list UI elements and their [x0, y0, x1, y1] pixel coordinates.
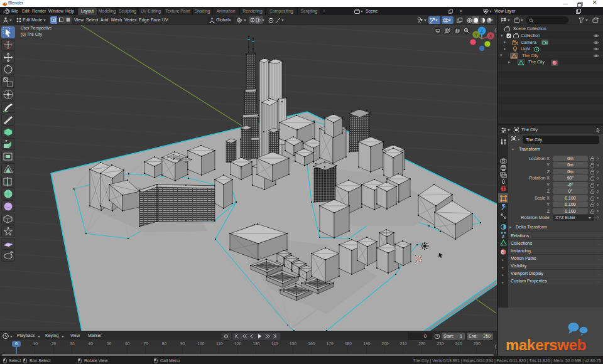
svg-text:Y: Y [475, 33, 478, 37]
svg-text:Z: Z [481, 28, 484, 34]
svg-text:makersweb: makersweb [506, 336, 586, 353]
svg-text:X: X [489, 34, 492, 38]
